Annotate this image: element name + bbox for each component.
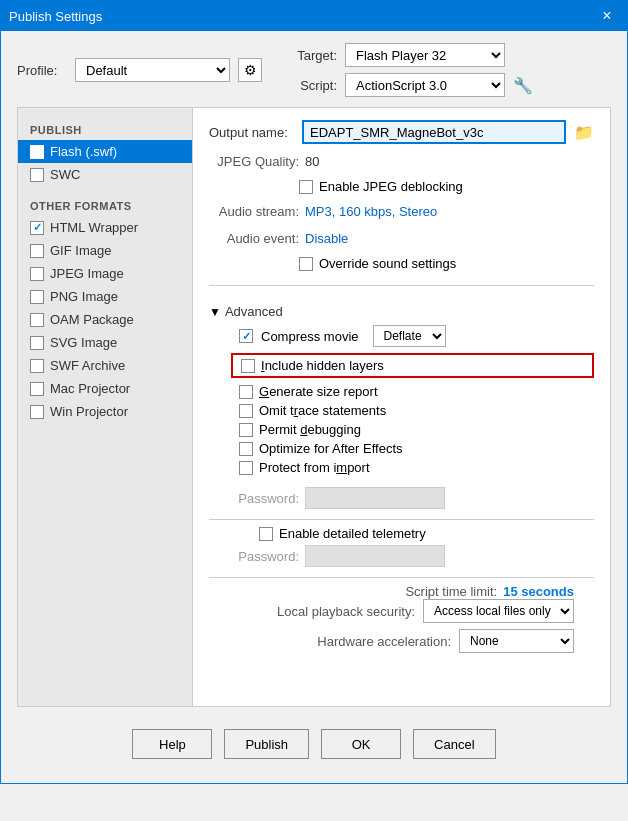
compress-movie-checkbox[interactable] [239,329,253,343]
advanced-section: ▼ Advanced Compress movie Deflate LZMA [209,304,594,653]
divider-3 [209,577,594,578]
telemetry-row: Enable detailed telemetry [259,526,594,541]
divider-1 [209,285,594,286]
sidebar-item-win-projector[interactable]: Win Projector [18,400,192,423]
output-name-input[interactable] [302,120,566,144]
advanced-header[interactable]: ▼ Advanced [209,304,594,319]
local-playback-select[interactable]: Access local files only Access network o… [423,599,574,623]
help-button[interactable]: Help [132,729,212,759]
jpeg-quality-label: JPEG Quality: [209,154,299,169]
other-formats-title: OTHER FORMATS [18,194,192,216]
password-label-1: Password: [209,491,299,506]
win-projector-label: Win Projector [50,404,128,419]
divider-2 [209,519,594,520]
telemetry-checkbox[interactable] [259,527,273,541]
swc-label: SWC [50,167,80,182]
sidebar-item-swc[interactable]: SWC [18,163,192,186]
script-time-value: 15 seconds [503,584,574,599]
sidebar-item-swf-archive[interactable]: SWF Archive [18,354,192,377]
generate-size-row: Generate size report [239,384,594,399]
gif-image-checkbox[interactable] [30,244,44,258]
target-select[interactable]: Flash Player 32 Flash Player 31 [345,43,505,67]
wrench-button[interactable]: 🔧 [513,76,533,95]
password-input-2[interactable] [305,545,445,567]
audio-event-row: Audio event: Disable [209,229,594,248]
include-hidden-row: Include hidden layers [231,353,594,378]
include-hidden-checkbox[interactable] [241,359,255,373]
advanced-title: Advanced [225,304,283,319]
script-time-label: Script time limit: [405,584,497,599]
sidebar-item-svg-image[interactable]: SVG Image [18,331,192,354]
target-label: Target: [282,48,337,63]
flash-swf-label: Flash (.swf) [50,144,117,159]
optimize-ae-checkbox[interactable] [239,442,253,456]
top-area: Profile: Default ⚙ Target: Flash Player … [1,31,627,783]
omit-trace-checkbox[interactable] [239,404,253,418]
hw-accel-select[interactable]: None Level 1 - Direct Level 2 - GPU [459,629,574,653]
swf-archive-checkbox[interactable] [30,359,44,373]
output-name-row: Output name: 📁 [209,120,594,144]
script-label: Script: [282,78,337,93]
permit-debug-label: Permit debugging [259,422,361,437]
win-projector-checkbox[interactable] [30,405,44,419]
enable-jpeg-checkbox[interactable] [299,180,313,194]
profile-select[interactable]: Default [75,58,230,82]
sidebar-item-gif-image[interactable]: GIF Image [18,239,192,262]
script-time-row: Script time limit: 15 seconds [209,584,594,599]
swf-archive-label: SWF Archive [50,358,125,373]
local-playback-row: Local playback security: Access local fi… [209,599,594,623]
cancel-button[interactable]: Cancel [413,729,495,759]
swc-checkbox[interactable] [30,168,44,182]
script-select[interactable]: ActionScript 3.0 ActionScript 2.0 [345,73,505,97]
protect-import-label: Protect from import [259,460,370,475]
oam-package-checkbox[interactable] [30,313,44,327]
flash-swf-checkbox[interactable] [30,145,44,159]
publish-button[interactable]: Publish [224,729,309,759]
compress-movie-row: Compress movie Deflate LZMA [239,325,594,347]
ok-button[interactable]: OK [321,729,401,759]
advanced-items: Include hidden layers Generate size repo… [239,353,594,475]
target-script-section: Target: Flash Player 32 Flash Player 31 … [282,43,533,97]
jpeg-image-label: JPEG Image [50,266,124,281]
sidebar-item-png-image[interactable]: PNG Image [18,285,192,308]
include-hidden-label: Include hidden layers [261,358,384,373]
jpeg-image-checkbox[interactable] [30,267,44,281]
sidebar-item-oam-package[interactable]: OAM Package [18,308,192,331]
permit-debug-checkbox[interactable] [239,423,253,437]
generate-size-checkbox[interactable] [239,385,253,399]
gear-button[interactable]: ⚙ [238,58,262,82]
optimize-ae-label: Optimize for After Effects [259,441,403,456]
svg-image-checkbox[interactable] [30,336,44,350]
gif-image-label: GIF Image [50,243,111,258]
override-sound-checkbox[interactable] [299,257,313,271]
main-area: PUBLISH Flash (.swf) SWC OTHER FORMATS H… [17,107,611,707]
publish-settings-window: Publish Settings × Profile: Default ⚙ Ta… [0,0,628,784]
svg-image-label: SVG Image [50,335,117,350]
password-input-1[interactable] [305,487,445,509]
generate-size-label: Generate size report [259,384,378,399]
jpeg-quality-value: 80 [305,154,319,169]
password-label-2: Password: [209,549,299,564]
protect-import-row: Protect from import [239,460,594,475]
audio-event-value[interactable]: Disable [305,231,348,246]
sidebar-item-flash-swf[interactable]: Flash (.swf) [18,140,192,163]
close-button[interactable]: × [595,4,619,28]
sidebar-item-jpeg-image[interactable]: JPEG Image [18,262,192,285]
right-panel: Output name: 📁 JPEG Quality: 80 Enable J… [193,108,610,706]
sidebar-item-mac-projector[interactable]: Mac Projector [18,377,192,400]
title-bar: Publish Settings × [1,1,627,31]
oam-package-label: OAM Package [50,312,134,327]
audio-event-label: Audio event: [209,231,299,246]
audio-stream-value[interactable]: MP3, 160 kbps, Stereo [305,204,437,219]
compress-select[interactable]: Deflate LZMA [373,325,446,347]
password-row-1: Password: [209,483,594,513]
sidebar-item-html-wrapper[interactable]: HTML Wrapper [18,216,192,239]
folder-button[interactable]: 📁 [574,123,594,142]
html-wrapper-checkbox[interactable] [30,221,44,235]
override-sound-row: Override sound settings [299,256,594,271]
sidebar: PUBLISH Flash (.swf) SWC OTHER FORMATS H… [18,108,193,706]
png-image-checkbox[interactable] [30,290,44,304]
mac-projector-checkbox[interactable] [30,382,44,396]
optimize-ae-row: Optimize for After Effects [239,441,594,456]
protect-import-checkbox[interactable] [239,461,253,475]
